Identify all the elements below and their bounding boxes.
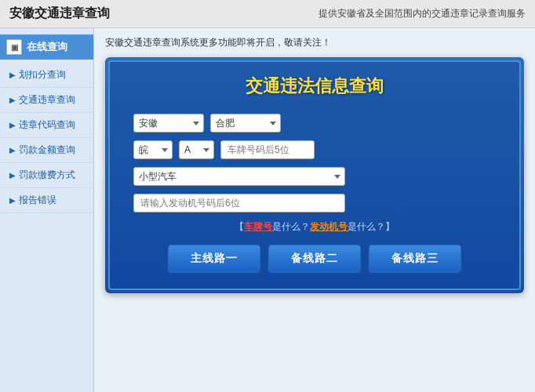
sidebar-header-label: 在线查询 [27, 40, 67, 54]
app-header: 安徽交通违章查询 提供安徽省及全国范围内的交通违章记录查询服务 [0, 0, 535, 28]
hint-plate-link[interactable]: 车牌号 [244, 220, 272, 234]
main-route-button[interactable]: 主线路一 [168, 245, 260, 273]
backup-route3-button[interactable]: 备线路三 [369, 245, 461, 273]
query-panel: 交通违法信息查询 安徽 北京 上海 广东 合肥 芜湖 马鞍山 [105, 57, 524, 293]
arrow-icon: ▶ [9, 196, 16, 205]
plate-number-input[interactable] [220, 140, 315, 159]
arrow-icon: ▶ [9, 171, 16, 180]
sidebar-item-label: 划扣分查询 [19, 68, 66, 82]
app-title: 安徽交通违章查询 [9, 5, 110, 22]
sidebar-item-label: 报告错误 [19, 194, 56, 207]
sidebar-icon: ▣ [6, 39, 22, 55]
engine-number-input[interactable] [133, 194, 345, 212]
province-select[interactable]: 安徽 北京 上海 广东 [133, 114, 204, 132]
sidebar-item-violation-code[interactable]: ▶ 违章代码查询 [0, 113, 93, 138]
sidebar-item-label: 违章代码查询 [19, 118, 75, 132]
app-subtitle: 提供安徽省及全国范围内的交通违章记录查询服务 [318, 7, 526, 20]
sidebar-item-deduct-points[interactable]: ▶ 划扣分查询 [0, 63, 93, 88]
letter-select[interactable]: A B C D E F [179, 140, 214, 159]
arrow-icon: ▶ [9, 96, 16, 104]
button-row: 主线路一 备线路二 备线路三 [133, 245, 496, 273]
arrow-icon: ▶ [9, 146, 16, 154]
plate-row: 皖 京 沪 A B C D E F [133, 140, 496, 159]
main-layout: ▣ 在线查询 ▶ 划扣分查询 ▶ 交通违章查询 ▶ 违章代码查询 ▶ 罚款金额查… [0, 28, 535, 392]
sidebar-item-traffic-violation[interactable]: ▶ 交通违章查询 [0, 88, 93, 113]
car-type-select[interactable]: 小型汽车 大型汽车 摩托车 拖拉机 [133, 167, 345, 186]
sidebar-item-report-error[interactable]: ▶ 报告错误 [0, 188, 93, 213]
sidebar-item-fine-method[interactable]: ▶ 罚款缴费方式 [0, 163, 93, 188]
notice-text: 安徽交通违章查询系统更多功能即将开启，敬请关注！ [105, 36, 524, 49]
hint-bracket-right: 是什么？】 [348, 220, 395, 234]
arrow-icon: ▶ [9, 71, 16, 79]
sidebar-header: ▣ 在线查询 [0, 34, 93, 60]
province-city-row: 安徽 北京 上海 广东 合肥 芜湖 马鞍山 [133, 114, 496, 132]
query-title: 交通违法信息查询 [133, 74, 496, 98]
hint-engine-link[interactable]: 发动机号 [310, 220, 348, 234]
prov-code-select[interactable]: 皖 京 沪 [133, 140, 173, 159]
arrow-icon: ▶ [9, 121, 16, 129]
sidebar: ▣ 在线查询 ▶ 划扣分查询 ▶ 交通违章查询 ▶ 违章代码查询 ▶ 罚款金额查… [0, 28, 94, 392]
hint-text-middle1: 是什么？ [272, 220, 310, 234]
engine-row [133, 194, 496, 212]
hint-row: 【 车牌号 是什么？ 发动机号 是什么？】 [133, 220, 496, 234]
city-select[interactable]: 合肥 芜湖 马鞍山 [210, 114, 281, 132]
sidebar-item-label: 罚款金额查询 [19, 143, 75, 157]
query-panel-inner: 交通违法信息查询 安徽 北京 上海 广东 合肥 芜湖 马鞍山 [108, 60, 521, 290]
car-type-row: 小型汽车 大型汽车 摩托车 拖拉机 [133, 167, 496, 186]
hint-bracket-left: 【 [235, 220, 244, 234]
sidebar-item-label: 罚款缴费方式 [19, 169, 75, 182]
backup-route2-button[interactable]: 备线路二 [268, 245, 361, 273]
main-content: 安徽交通违章查询系统更多功能即将开启，敬请关注！ 交通违法信息查询 安徽 北京 … [94, 28, 535, 392]
sidebar-item-fine-amount[interactable]: ▶ 罚款金额查询 [0, 138, 93, 163]
sidebar-item-label: 交通违章查询 [19, 93, 75, 107]
